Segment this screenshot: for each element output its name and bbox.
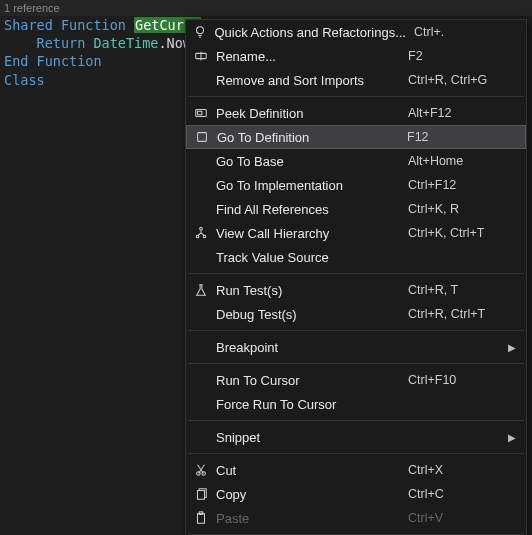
menu-item-label: Go To Implementation [216,178,408,193]
menu-item-shortcut: F12 [407,130,507,144]
type-datetime: DateTime [93,35,158,51]
menu-item-cut[interactable]: CutCtrl+X [186,458,526,482]
svg-rect-3 [198,111,202,115]
hierarchy-icon [186,226,216,240]
dot: . [158,35,166,51]
flask-icon [186,283,216,297]
menu-item-shortcut: Alt+Home [408,154,508,168]
svg-rect-10 [198,491,205,500]
menu-item-label: Breakpoint [216,340,408,355]
context-menu: Quick Actions and Refactorings...Ctrl+.R… [185,19,527,535]
cut-icon [186,463,216,477]
menu-item-label: Snippet [216,430,408,445]
svg-point-5 [200,227,203,230]
paste-icon [186,511,216,525]
menu-item-shortcut: Alt+F12 [408,106,508,120]
menu-item-label: Debug Test(s) [216,307,408,322]
menu-item-shortcut: Ctrl+X [408,463,508,477]
peek-icon [186,106,216,120]
menu-item-copy[interactable]: CopyCtrl+C [186,482,526,506]
menu-separator [188,330,524,331]
submenu-arrow-icon: ▶ [508,432,526,443]
menu-separator [188,363,524,364]
menu-item-shortcut: Ctrl+C [408,487,508,501]
keyword-shared: Shared [4,17,53,33]
copy-icon [186,487,216,501]
menu-item-label: Cut [216,463,408,478]
menu-item-snippet[interactable]: Snippet▶ [186,425,526,449]
menu-item-label: Find All References [216,202,408,217]
menu-item-label: Run Test(s) [216,283,408,298]
menu-item-label: Run To Cursor [216,373,408,388]
menu-separator [188,420,524,421]
submenu-arrow-icon: ▶ [508,342,526,353]
keyword-class: Class [4,72,45,88]
menu-item-label: Remove and Sort Imports [216,73,408,88]
menu-item-label: Go To Base [216,154,408,169]
menu-item-breakpoint[interactable]: Breakpoint▶ [186,335,526,359]
menu-item-label: View Call Hierarchy [216,226,408,241]
menu-item-label: Quick Actions and Refactorings... [214,25,413,40]
reference-count[interactable]: 1 reference [0,0,532,16]
svg-point-0 [197,27,204,34]
menu-item-label: Rename... [216,49,408,64]
bulb-icon [186,25,214,39]
menu-item-shortcut: F2 [408,49,508,63]
menu-item-shortcut: Ctrl+R, T [408,283,508,297]
keyword-return: Return [37,35,86,51]
menu-item-shortcut: Ctrl+F12 [408,178,508,192]
goto-icon [187,130,217,144]
menu-item-force-run-to-cursor[interactable]: Force Run To Cursor [186,392,526,416]
menu-item-run-to-cursor[interactable]: Run To CursorCtrl+F10 [186,368,526,392]
menu-item-label: Paste [216,511,408,526]
menu-item-go-to-implementation[interactable]: Go To ImplementationCtrl+F12 [186,173,526,197]
menu-separator [188,96,524,97]
menu-separator [188,453,524,454]
svg-rect-11 [198,514,205,524]
keyword-function: Function [61,17,126,33]
menu-item-label: Go To Definition [217,130,407,145]
menu-item-shortcut: Ctrl+R, Ctrl+T [408,307,508,321]
menu-item-go-to-base[interactable]: Go To BaseAlt+Home [186,149,526,173]
menu-separator [188,273,524,274]
menu-item-label: Force Run To Cursor [216,397,408,412]
menu-item-shortcut: Ctrl+K, R [408,202,508,216]
menu-item-shortcut: Ctrl+. [414,25,509,39]
menu-item-remove-and-sort-imports[interactable]: Remove and Sort ImportsCtrl+R, Ctrl+G [186,68,526,92]
rename-icon [186,49,216,63]
menu-item-shortcut: Ctrl+F10 [408,373,508,387]
menu-item-run-test-s[interactable]: Run Test(s)Ctrl+R, T [186,278,526,302]
keyword-endfn: End Function [4,53,102,69]
menu-item-rename[interactable]: Rename...F2 [186,44,526,68]
menu-item-label: Track Value Source [216,250,408,265]
menu-item-shortcut: Ctrl+R, Ctrl+G [408,73,508,87]
menu-item-find-all-references[interactable]: Find All ReferencesCtrl+K, R [186,197,526,221]
menu-item-label: Peek Definition [216,106,408,121]
menu-item-paste: PasteCtrl+V [186,506,526,530]
menu-item-view-call-hierarchy[interactable]: View Call HierarchyCtrl+K, Ctrl+T [186,221,526,245]
menu-item-quick-actions-and-refactorings[interactable]: Quick Actions and Refactorings...Ctrl+. [186,20,526,44]
menu-item-peek-definition[interactable]: Peek DefinitionAlt+F12 [186,101,526,125]
menu-item-track-value-source[interactable]: Track Value Source [186,245,526,269]
svg-rect-4 [198,133,207,142]
menu-item-debug-test-s[interactable]: Debug Test(s)Ctrl+R, Ctrl+T [186,302,526,326]
menu-item-shortcut: Ctrl+K, Ctrl+T [408,226,508,240]
menu-item-label: Copy [216,487,408,502]
menu-item-shortcut: Ctrl+V [408,511,508,525]
menu-item-go-to-definition[interactable]: Go To DefinitionF12 [186,125,526,149]
